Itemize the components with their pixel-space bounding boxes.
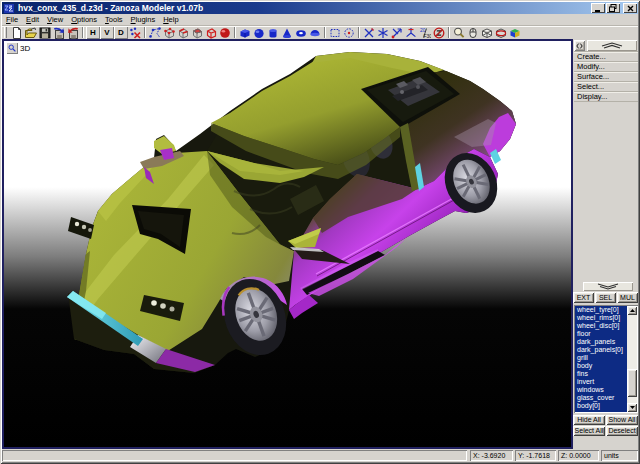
create-hemisphere-icon: [309, 27, 321, 39]
svg-text:F30: F30: [424, 33, 432, 39]
car-model[interactable]: [4, 41, 571, 447]
command-display[interactable]: Display...: [574, 92, 638, 102]
panel-expand-button[interactable]: [583, 282, 633, 291]
select-all-button[interactable]: Select All: [573, 426, 605, 436]
object-item[interactable]: wheel_tyre[0]: [575, 306, 627, 314]
toolbar-vertices-mode-button[interactable]: [162, 26, 176, 39]
command-select[interactable]: Select...: [574, 82, 638, 92]
render-view-icon: [495, 27, 507, 39]
create-cylinder-icon: [267, 27, 279, 39]
close-button[interactable]: [623, 3, 637, 13]
pan-mouse-icon: [467, 27, 479, 39]
restore-button[interactable]: [606, 3, 620, 13]
toolbar-import-button[interactable]: [52, 26, 66, 39]
object-item[interactable]: invert: [575, 378, 627, 386]
show-all-button[interactable]: Show All: [606, 415, 638, 425]
scroll-down-button[interactable]: [627, 403, 637, 412]
panel-collapse-button[interactable]: [587, 40, 637, 51]
command-modify[interactable]: Modify...: [574, 62, 638, 72]
toolbar-create-torus-button[interactable]: [294, 26, 308, 39]
toolbar-hide-vertices-button[interactable]: [128, 26, 142, 39]
toolbar-axis-star-button[interactable]: [376, 26, 390, 39]
object-item[interactable]: wheel_rims[0]: [575, 314, 627, 322]
object-item[interactable]: windows: [575, 386, 627, 394]
toolbar-rect-select-button[interactable]: [328, 26, 342, 39]
menu-file[interactable]: File: [2, 14, 22, 25]
deselect-button[interactable]: Deselect: [606, 426, 638, 436]
menu-view[interactable]: View: [43, 14, 67, 25]
toolbar-export-button[interactable]: [66, 26, 80, 39]
create-torus-icon: [295, 27, 307, 39]
hide-all-button[interactable]: Hide All: [573, 415, 605, 425]
toolbar-textured-view-button[interactable]: [508, 26, 522, 39]
status-units: units: [601, 450, 638, 461]
toolbar-open-file-button[interactable]: [24, 26, 38, 39]
chevron-up-double-icon: [601, 42, 623, 49]
object-item[interactable]: fins: [575, 370, 627, 378]
list-scrollbar[interactable]: [627, 306, 637, 412]
toolbar-wireframe-view-button[interactable]: [480, 26, 494, 39]
toolbar-new-file-button[interactable]: [10, 26, 24, 39]
lasso-select-icon: [149, 27, 161, 39]
toolbar-lasso-select-button[interactable]: [148, 26, 162, 39]
viewport-maximize-button[interactable]: [6, 42, 18, 54]
object-item[interactable]: wheel_disc[0]: [575, 322, 627, 330]
grid-step-icon: 20F30: [419, 27, 431, 39]
object-item[interactable]: dark_panels[0]: [575, 346, 627, 354]
toolbar-edges-mode-button[interactable]: [176, 26, 190, 39]
object-listbox: wheel_tyre[0]wheel_rims[0]wheel_disc[0]f…: [574, 305, 638, 413]
menu-help[interactable]: Help: [159, 14, 182, 25]
toolbar-grid-step-button[interactable]: 20F30: [418, 26, 432, 39]
mode-ext-button[interactable]: EXT: [573, 292, 594, 303]
object-item[interactable]: body[0]: [575, 402, 627, 410]
toolbar-create-cone-button[interactable]: [280, 26, 294, 39]
command-surface[interactable]: Surface...: [574, 72, 638, 82]
toolbar-circle-select-button[interactable]: [342, 26, 356, 39]
axis-tripod-icon: [405, 27, 417, 39]
toolbar-separator: [234, 27, 236, 38]
menu-options[interactable]: Options: [67, 14, 101, 25]
menu-edit[interactable]: Edit: [22, 14, 43, 25]
toolbar-sphere-select-button[interactable]: [218, 26, 232, 39]
toolbar-create-sphere-button[interactable]: [252, 26, 266, 39]
wireframe-view-icon: [481, 27, 493, 39]
toolbar-axis-x-button[interactable]: [362, 26, 376, 39]
object-item[interactable]: grill: [575, 354, 627, 362]
toolbar-pan-mouse-button[interactable]: [466, 26, 480, 39]
toggle-h-button[interactable]: H: [86, 26, 100, 39]
toolbar-separator: [324, 27, 326, 38]
toolbar-create-cylinder-button[interactable]: [266, 26, 280, 39]
status-x-coordinate: X: -3.6920: [470, 450, 513, 461]
mode-mul-button[interactable]: MUL: [617, 292, 638, 303]
toolbar-create-box-button[interactable]: [238, 26, 252, 39]
object-item[interactable]: glass_cover: [575, 394, 627, 402]
toolbar-save-file-button[interactable]: [38, 26, 52, 39]
toolbar-no-z-button[interactable]: [432, 26, 446, 39]
circle-select-icon: [343, 27, 355, 39]
axis-star-icon: [377, 27, 389, 39]
toolbar-axis-tripod-button[interactable]: [404, 26, 418, 39]
object-item[interactable]: dark_panels: [575, 338, 627, 346]
panel-switch-button[interactable]: [574, 40, 585, 51]
toolbar-axis-move-button[interactable]: [390, 26, 404, 39]
scroll-up-button[interactable]: [627, 306, 637, 315]
mode-sel-button[interactable]: SEL: [595, 292, 616, 303]
object-item[interactable]: body: [575, 362, 627, 370]
toolbar-render-view-button[interactable]: [494, 26, 508, 39]
object-item[interactable]: floor: [575, 330, 627, 338]
viewport-3d[interactable]: 3D: [2, 39, 573, 449]
toolbar-create-hemisphere-button[interactable]: [308, 26, 322, 39]
toggle-d-button[interactable]: D: [114, 26, 128, 39]
minimize-button[interactable]: [591, 3, 605, 13]
menu-tools[interactable]: Tools: [101, 14, 127, 25]
toolbar-zoom-button[interactable]: [452, 26, 466, 39]
menu-plugins[interactable]: Plugins: [127, 14, 160, 25]
command-create[interactable]: Create...: [574, 52, 638, 62]
toggle-v-button[interactable]: V: [100, 26, 114, 39]
objects-mode-icon: [205, 27, 217, 39]
scroll-thumb[interactable]: [627, 369, 637, 397]
main-area: 3D Create...Modify...Surface...Select...…: [2, 39, 638, 449]
menu-bar: FileEditViewOptionsToolsPluginsHelp: [2, 14, 638, 25]
toolbar-faces-mode-button[interactable]: [190, 26, 204, 39]
toolbar-objects-mode-button[interactable]: [204, 26, 218, 39]
